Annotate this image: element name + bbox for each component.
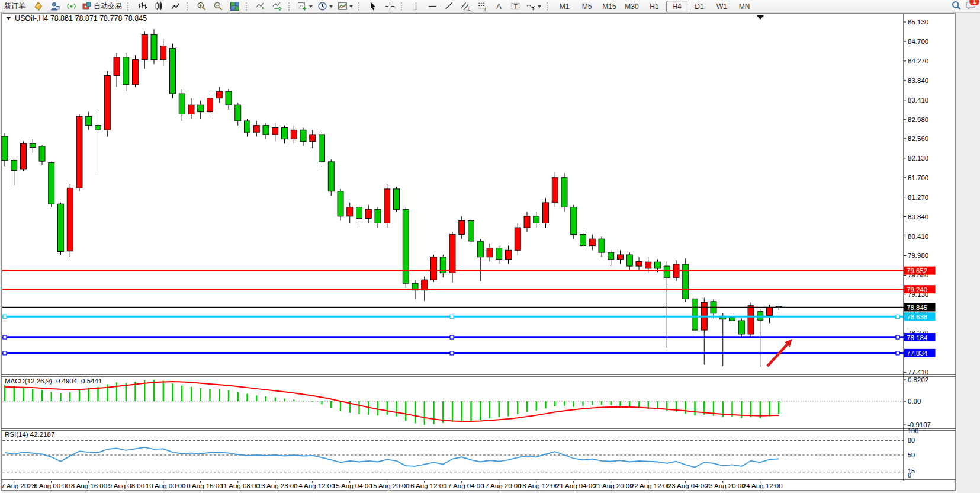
- tf-h4-button[interactable]: H4: [666, 1, 687, 12]
- tf-w1-button[interactable]: W1: [711, 1, 732, 12]
- support-line-blue-2-price-label: 77.834: [907, 350, 928, 357]
- toolbar-left: 新订单自动交易EFATM1M5M15M30H1H4D1W1MN: [0, 0, 756, 12]
- chevron-down-icon[interactable]: [329, 5, 333, 8]
- tile-windows-button[interactable]: [227, 1, 242, 12]
- templates-button[interactable]: [336, 1, 355, 12]
- time-tick-label: 17 Aug 20:00: [481, 482, 522, 489]
- signal-icon-icon: [66, 1, 76, 11]
- marketwatch-icon[interactable]: [47, 1, 62, 12]
- tf-m15-button[interactable]: M15: [599, 1, 620, 12]
- arrows-button[interactable]: [524, 1, 543, 12]
- time-tick-label: 15 Aug 04:00: [332, 482, 372, 489]
- fibonacci-button[interactable]: F: [474, 1, 490, 12]
- support-line-cyan-handle[interactable]: [3, 315, 7, 318]
- zoom-in-button[interactable]: [194, 1, 209, 12]
- candle: [543, 198, 549, 228]
- tf-m30-button[interactable]: M30: [621, 1, 642, 12]
- candle: [552, 172, 558, 207]
- support-line-blue-2-handle[interactable]: [896, 351, 899, 355]
- tf-mn-button[interactable]: MN: [734, 1, 755, 12]
- support-line-cyan-handle[interactable]: [896, 315, 899, 318]
- toolbar-separator: [288, 2, 293, 11]
- price-tick-label: 80.840: [908, 213, 928, 220]
- chevron-down-icon[interactable]: [538, 5, 541, 8]
- rsi-axis-label: 0: [908, 472, 911, 479]
- tf-m1-button-label: M1: [560, 2, 570, 11]
- chart-title: USOil-,H4 78.861 78.871 78.778 78.845: [15, 14, 147, 23]
- crosshair-button[interactable]: [382, 1, 397, 12]
- chart-shift-icon: [272, 1, 282, 11]
- candle: [328, 159, 334, 196]
- time-tick-label: 18 Aug 12:00: [519, 482, 559, 489]
- tf-m5-button-label: M5: [582, 2, 592, 11]
- trendline-button[interactable]: [441, 1, 457, 12]
- time-tick-label: 23 Aug 04:00: [668, 482, 708, 489]
- notification-badge: 1: [969, 0, 980, 6]
- bar-chart-icon: [137, 1, 147, 11]
- indicators-button[interactable]: [295, 1, 314, 12]
- new-order-button-label: 新订单: [4, 1, 25, 11]
- chevron-down-icon[interactable]: [309, 5, 313, 8]
- text-button[interactable]: A: [491, 1, 506, 12]
- rsi-axis-label: 80: [908, 437, 915, 444]
- bar-chart-button[interactable]: [134, 1, 150, 12]
- time-tick-label: 8 Aug 16:00: [71, 482, 107, 489]
- toolbar-separator: [246, 2, 250, 11]
- svg-text:E: E: [467, 7, 470, 11]
- support-line-blue-1-handle[interactable]: [896, 335, 899, 339]
- chart-canvas: 85.13084.70084.27083.84083.41082.98082.5…: [0, 0, 980, 493]
- tf-m5-button[interactable]: M5: [576, 1, 597, 12]
- horizontal-line-button[interactable]: [425, 1, 440, 12]
- candle: [49, 162, 54, 207]
- chart-shift-button[interactable]: [269, 1, 285, 12]
- candle: [394, 187, 400, 212]
- seal-icon[interactable]: [30, 1, 46, 12]
- support-line-blue-2-handle[interactable]: [3, 351, 7, 355]
- toolbar-right: 1: [951, 0, 976, 12]
- support-line-cyan-handle[interactable]: [450, 315, 454, 318]
- tf-d1-button-label: D1: [695, 2, 703, 11]
- tf-mn-button-label: MN: [739, 2, 750, 11]
- new-order-button[interactable]: 新订单: [1, 1, 29, 12]
- text-icon: A: [494, 1, 504, 11]
- periods-button[interactable]: [316, 1, 335, 12]
- time-tick-label: 24 Aug 12:00: [743, 482, 783, 489]
- support-line-blue-1-handle[interactable]: [3, 335, 7, 339]
- zoom-out-button[interactable]: [210, 1, 226, 12]
- equidistant-channel-button[interactable]: E: [458, 1, 473, 12]
- tf-m15-button-label: M15: [602, 2, 616, 11]
- tf-d1-button[interactable]: D1: [689, 1, 710, 12]
- seal-icon-icon: [33, 1, 43, 11]
- svg-text:F: F: [484, 7, 487, 11]
- time-tick-label: 8 Aug 00:00: [34, 482, 70, 489]
- auto-trading-button[interactable]: 自动交易: [80, 1, 124, 12]
- cursor-icon: [368, 1, 378, 11]
- auto-scroll-button[interactable]: [253, 1, 268, 12]
- candlestick-chart-button[interactable]: [151, 1, 166, 12]
- signal-icon[interactable]: [63, 1, 79, 12]
- time-tick-label: 22 Aug 12:00: [631, 482, 671, 489]
- line-chart-button[interactable]: [168, 1, 183, 12]
- zoom-in-icon: [197, 1, 207, 11]
- time-tick-label: 13 Aug 23:00: [258, 482, 298, 489]
- price-tick-label: 79.980: [908, 252, 928, 259]
- arrows-icon: [526, 1, 536, 11]
- auto-trading-button-label: 自动交易: [94, 1, 122, 11]
- candle: [67, 184, 73, 257]
- candle: [561, 173, 567, 212]
- cursor-button[interactable]: [365, 1, 381, 12]
- time-tick-label: 17 Aug 04:00: [444, 482, 484, 489]
- vertical-line-button[interactable]: [408, 1, 423, 12]
- toolbar: 新订单自动交易EFATM1M5M15M30H1H4D1W1MN 1: [0, 0, 980, 13]
- tf-h1-button[interactable]: H1: [644, 1, 665, 12]
- support-line-blue-1-handle[interactable]: [450, 335, 454, 339]
- text-label-button[interactable]: T: [507, 1, 523, 12]
- marketwatch-icon-icon: [50, 1, 60, 11]
- toolbar-separator: [187, 2, 191, 11]
- support-line-blue-2-handle[interactable]: [450, 351, 454, 355]
- chat-icon[interactable]: 1: [965, 0, 976, 13]
- search-icon[interactable]: [951, 0, 962, 13]
- equidistant-channel-icon: E: [461, 1, 471, 11]
- tf-m1-button[interactable]: M1: [554, 1, 575, 12]
- chevron-down-icon[interactable]: [349, 5, 353, 8]
